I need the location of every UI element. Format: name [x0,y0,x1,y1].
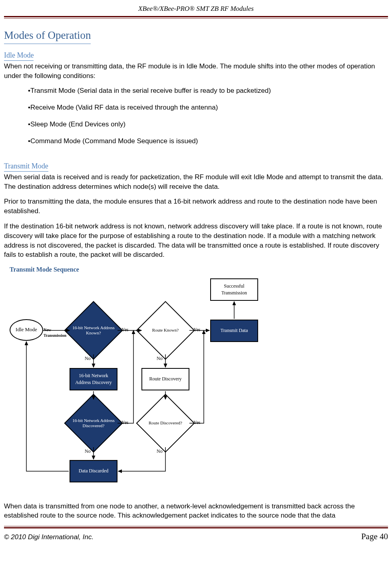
flowchart-node-route-discovery: Route Discovery [141,368,189,390]
flowchart-container: Transmit Mode Sequence Idle Mode NewTran… [10,265,388,485]
subsection-heading-transmit: Transmit Mode [4,161,48,172]
footer-divider [4,526,388,528]
flowchart-no-label: No [157,355,163,362]
flowchart-node-data-discarded: Data Discarded [70,460,117,482]
flowchart-decision-route-discovered: Route Discovered? [136,394,195,452]
list-item: •Transmit Mode (Serial data in the seria… [28,86,388,96]
flowchart: Idle Mode NewTransmission 16-bit Network… [10,278,265,486]
flowchart-label-new-transmission: NewTransmission [44,327,66,338]
flowchart-decision-address-discovered: 16-bit Network Address Discovered? [64,394,123,452]
flowchart-label: Idle Mode [16,326,37,333]
flowchart-label: Successful Transmission [213,283,256,296]
idle-mode-bullet-list: •Transmit Mode (Serial data in the seria… [28,86,388,146]
flowchart-label: Data Discarded [79,468,108,474]
footer-page-number: Page 40 [361,531,388,542]
transmit-p4: When data is transmitted from one node t… [4,502,388,521]
header-divider [4,16,388,18]
flowchart-arrows [10,278,265,486]
flowchart-yes-label: Yes [121,326,128,333]
flowchart-label: 16-bit Network Address Known? [70,325,117,335]
flowchart-no-label: No [85,355,91,362]
flowchart-node-success: Successful Transmission [210,278,258,301]
footer-copyright: © 2010 Digi International, Inc. [4,532,94,542]
flowchart-no-label: No [85,448,91,455]
list-item: •Receive Mode (Valid RF data is received… [28,103,388,112]
flowchart-yes-label: Yes [193,419,200,426]
transmit-p2: Prior to transmitting the data, the modu… [4,197,388,216]
flowchart-label: 16-bit Network Address Discovered? [70,418,117,428]
transmit-p3: If the destination 16-bit network addres… [4,222,388,260]
flowchart-yes-label: Yes [121,419,128,426]
flowchart-label: Route Known? [141,328,189,333]
list-item: •Command Mode (Command Mode Sequence is … [28,136,388,146]
page-footer: © 2010 Digi International, Inc. Page 40 [4,531,388,542]
section-heading-modes: Modes of Operation [4,28,91,44]
flowchart-yes-label: Yes [193,326,200,333]
flowchart-decision-address-known: 16-bit Network Address Known? [64,301,123,360]
flowchart-label: Route Discovered? [141,420,189,426]
transmit-p1: When serial data is received and is read… [4,172,388,192]
flowchart-no-label: No [157,448,163,455]
subsection-heading-idle: Idle Mode [4,50,34,61]
flowchart-node-transmit-data: Transmit Data [210,320,258,342]
idle-mode-body: When not receiving or transmitting data,… [4,62,388,81]
flowchart-label: 16-bit Network Address Discovery [72,372,115,386]
flowchart-decision-route-known: Route Known? [136,301,195,360]
document-header-title: XBee®/XBee-PRO® SMT ZB RF Modules [4,4,388,14]
flowchart-label: Transmit Data [221,327,248,334]
list-item: •Sleep Mode (End Devices only) [28,120,388,129]
flowchart-label: Route Discovery [149,376,182,382]
flowchart-node-idle: Idle Mode [10,319,43,341]
flowchart-title: Transmit Mode Sequence [10,265,388,274]
flowchart-node-address-discovery: 16-bit Network Address Discovery [70,368,117,390]
